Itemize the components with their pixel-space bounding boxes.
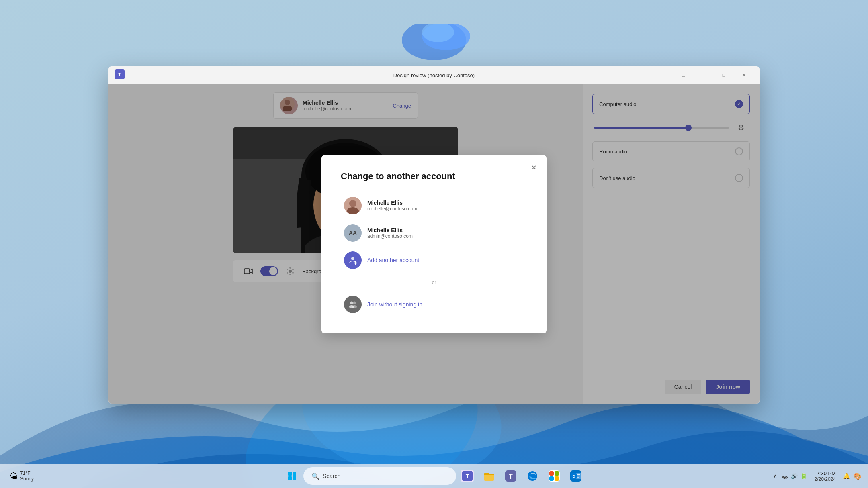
modal-title: Change to another account xyxy=(341,171,527,182)
svg-point-36 xyxy=(352,305,357,308)
svg-rect-51 xyxy=(555,476,559,481)
battery-icon[interactable]: 🔋 xyxy=(800,472,808,480)
clock-time: 2:30 PM xyxy=(815,470,836,476)
taskbar-edge[interactable] xyxy=(522,466,543,486)
color-icon[interactable]: 🎨 xyxy=(854,472,862,480)
volume-icon[interactable]: 🔊 xyxy=(790,472,798,480)
avatar-michelle-photo xyxy=(344,197,362,214)
svg-text:O: O xyxy=(572,474,575,478)
close-window-button[interactable]: ✕ xyxy=(735,69,753,82)
account-name-1: Michelle Ellis xyxy=(367,200,524,206)
svg-rect-55 xyxy=(576,476,580,476)
or-divider: or xyxy=(341,280,527,285)
account-email-1: michelle@contoso.com xyxy=(367,206,524,212)
taskbar-center: 🔍 Search T xyxy=(282,466,586,486)
system-clock[interactable]: 2:30 PM 2/20/2024 xyxy=(811,470,839,482)
divider-line-left xyxy=(341,282,427,282)
change-account-modal: ✕ Change to another account xyxy=(321,155,547,333)
account-item-michelle-photo[interactable]: Michelle Ellis michelle@contoso.com xyxy=(341,193,527,218)
account-email-2: admin@contoso.com xyxy=(367,233,524,239)
add-account-label: Add another account xyxy=(367,257,524,263)
minimize-button[interactable]: — xyxy=(694,69,713,82)
svg-point-59 xyxy=(784,478,785,480)
notification-icon[interactable]: 🔔 xyxy=(842,472,850,480)
taskbar-store[interactable] xyxy=(544,466,565,486)
search-label: Search xyxy=(323,473,340,479)
weather-widget[interactable]: 🌤 71°F Sunny xyxy=(6,469,37,483)
taskbar-outlook[interactable]: O xyxy=(565,466,586,486)
taskbar-search[interactable]: 🔍 Search xyxy=(303,467,456,485)
svg-rect-56 xyxy=(576,477,579,478)
divider-line-right xyxy=(441,282,527,282)
start-button[interactable] xyxy=(282,466,303,486)
svg-rect-38 xyxy=(293,472,296,476)
weather-temp: 71°F xyxy=(20,470,34,476)
svg-text:T: T xyxy=(466,473,469,480)
svg-rect-40 xyxy=(293,476,296,480)
modal-overlay[interactable]: ✕ Change to another account xyxy=(108,84,760,404)
svg-point-33 xyxy=(350,301,353,304)
taskbar-right: ∧ 🔊 🔋 2:30 PM 2/20/2024 🔔 🎨 xyxy=(771,470,862,482)
avatar-michelle-admin: AA xyxy=(344,224,362,242)
svg-rect-54 xyxy=(576,474,580,475)
swirl-decoration xyxy=(374,24,494,72)
avatar-anon-icon xyxy=(344,296,362,313)
svg-rect-37 xyxy=(288,472,292,476)
svg-point-30 xyxy=(351,257,354,260)
chevron-up-icon[interactable]: ∧ xyxy=(771,472,779,480)
more-options-button[interactable]: ... xyxy=(674,69,693,82)
svg-rect-48 xyxy=(549,471,554,476)
weather-icon: 🌤 xyxy=(10,472,18,481)
network-icon[interactable] xyxy=(781,472,789,480)
search-icon: 🔍 xyxy=(311,472,319,480)
svg-text:T: T xyxy=(118,71,121,78)
join-without-signin-label: Join without signing in xyxy=(367,301,524,308)
taskbar-teams[interactable]: T xyxy=(500,466,521,486)
account-list: Michelle Ellis michelle@contoso.com AA M… xyxy=(341,193,527,273)
svg-rect-49 xyxy=(555,471,559,476)
teams-window: T Design review (hosted by Contoso) ... … xyxy=(108,66,760,404)
add-account-item[interactable]: Add another account xyxy=(341,247,527,273)
svg-point-35 xyxy=(353,301,356,304)
modal-close-button[interactable]: ✕ xyxy=(527,161,540,174)
join-without-signin-item[interactable]: Join without signing in xyxy=(341,292,527,317)
taskbar-file-explorer[interactable] xyxy=(479,466,500,486)
svg-point-28 xyxy=(349,200,356,207)
teams-logo: T xyxy=(115,69,125,81)
weather-condition: Sunny xyxy=(20,476,34,482)
or-label: or xyxy=(432,280,436,285)
taskbar: 🌤 71°F Sunny 🔍 Search xyxy=(0,464,868,488)
account-name-2: Michelle Ellis xyxy=(367,227,524,233)
window-title: Design review (hosted by Contoso) xyxy=(393,72,475,78)
maximize-button[interactable]: □ xyxy=(714,69,733,82)
svg-rect-50 xyxy=(549,476,554,481)
taskbar-teams-chat[interactable]: T xyxy=(457,466,478,486)
svg-rect-39 xyxy=(288,476,292,480)
avatar-initials-text: AA xyxy=(349,230,357,236)
clock-date: 2/20/2024 xyxy=(815,476,836,482)
avatar-add-icon xyxy=(344,251,362,269)
svg-text:T: T xyxy=(509,473,513,480)
system-tray: ∧ 🔊 🔋 xyxy=(771,472,808,480)
svg-point-46 xyxy=(528,471,537,481)
account-item-michelle-admin[interactable]: AA Michelle Ellis admin@contoso.com xyxy=(341,220,527,246)
title-bar: T Design review (hosted by Contoso) ... … xyxy=(108,66,760,84)
